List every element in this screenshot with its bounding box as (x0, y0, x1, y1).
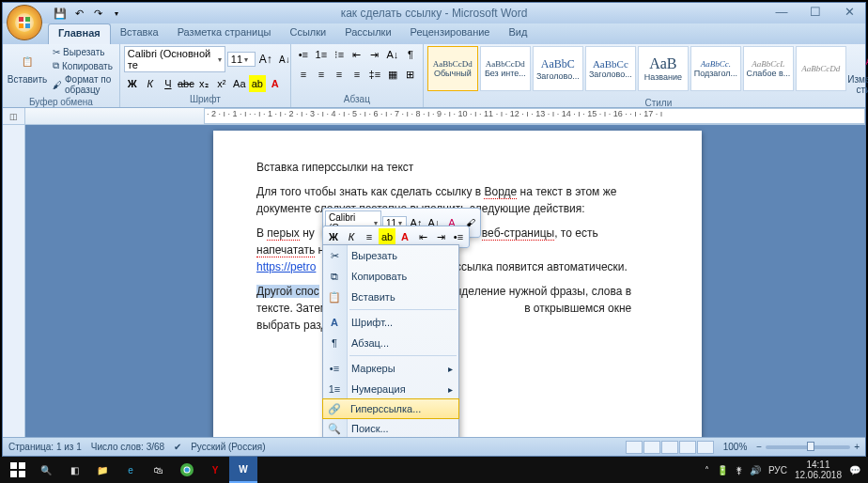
tray-keyboard-lang[interactable]: РУС (768, 465, 787, 475)
ctx-cut[interactable]: ✂Вырезать (323, 245, 458, 266)
zoom-slider[interactable]: − + (756, 442, 860, 452)
line-spacing-button[interactable]: ‡≡ (366, 66, 383, 83)
numbering-button[interactable]: 1≡ (313, 46, 330, 63)
view-outline[interactable] (679, 441, 696, 454)
status-page[interactable]: Страница: 1 из 1 (8, 442, 82, 452)
ctx-search[interactable]: 🔍Поиск... (323, 418, 458, 437)
indent-inc-button[interactable]: ⇥ (366, 46, 383, 63)
align-left-button[interactable]: ≡ (295, 66, 312, 83)
strike-button[interactable]: abc (178, 75, 194, 92)
font-color-button[interactable]: A (267, 75, 284, 92)
multilevel-button[interactable]: ⁝≡ (331, 46, 348, 63)
style-heading2[interactable]: AaBbCcЗаголово... (585, 46, 636, 91)
italic-button[interactable]: К (142, 75, 159, 92)
align-right-button[interactable]: ≡ (331, 66, 348, 83)
close-button[interactable]: ✕ (837, 5, 861, 19)
vertical-ruler[interactable] (3, 125, 25, 437)
underline-button[interactable]: Ч (160, 75, 177, 92)
paste-button[interactable]: 📋 Вставить (7, 46, 48, 86)
taskbar-word[interactable]: W (229, 457, 257, 483)
mini-italic[interactable]: К (343, 228, 360, 245)
undo-icon[interactable]: ↶ (70, 5, 87, 22)
tray-volume-icon[interactable]: 🔊 (750, 465, 761, 475)
ctx-paste[interactable]: 📋Вставить (323, 287, 458, 307)
mini-indent-inc[interactable]: ⇥ (432, 228, 449, 245)
tray-clock[interactable]: 14:11 12.06.2018 (795, 460, 842, 480)
style-subtle[interactable]: AaBbCcLСлабое в... (743, 46, 794, 91)
ruler-corner[interactable]: ◫ (3, 108, 25, 124)
tray-battery-icon[interactable]: 🔋 (717, 465, 728, 475)
superscript-button[interactable]: x² (213, 75, 230, 92)
borders-button[interactable]: ⊞ (402, 66, 419, 83)
mini-bullets[interactable]: •≡ (450, 228, 467, 245)
zoom-out-icon[interactable]: − (756, 442, 762, 452)
taskbar-yandex[interactable]: Y (201, 457, 229, 483)
save-icon[interactable]: 💾 (52, 5, 69, 22)
tab-page-layout[interactable]: Разметка страницы (168, 23, 281, 44)
ctx-paragraph[interactable]: ¶Абзац... (323, 333, 458, 353)
subscript-button[interactable]: x₂ (195, 75, 212, 92)
taskbar-edge[interactable]: e (116, 457, 145, 483)
change-styles-button[interactable]: A Изменить стили (848, 46, 868, 97)
minimize-button[interactable]: — (769, 5, 794, 19)
search-button[interactable]: 🔍 (32, 457, 60, 483)
tab-references[interactable]: Ссылки (280, 23, 335, 44)
shading-button[interactable]: ▦ (384, 66, 401, 83)
taskbar-store[interactable]: 🛍 (145, 457, 173, 483)
mini-highlight[interactable]: ab (379, 228, 395, 245)
sort-button[interactable]: A↓ (384, 46, 401, 63)
horizontal-ruler[interactable]: · 2 · ı · 1 · ı · · ı · 1 · ı · 2 · ı · … (25, 108, 865, 124)
mini-indent-dec[interactable]: ⇤ (414, 228, 431, 245)
zoom-track[interactable] (766, 445, 850, 449)
office-button[interactable] (7, 5, 42, 40)
style-title[interactable]: АаВНазвание (638, 46, 689, 91)
zoom-value[interactable]: 100% (723, 442, 748, 452)
style-no-spacing[interactable]: AaBbCcDdБез инте... (480, 46, 531, 91)
taskbar-chrome[interactable] (173, 457, 201, 483)
justify-button[interactable]: ≡ (349, 66, 365, 83)
highlight-button[interactable]: ab (249, 75, 266, 92)
status-spellcheck-icon[interactable]: ✔ (174, 442, 181, 452)
mini-align-center[interactable]: ≡ (361, 228, 378, 245)
bullets-button[interactable]: •≡ (295, 46, 312, 63)
align-center-button[interactable]: ≡ (313, 66, 330, 83)
maximize-button[interactable]: ☐ (803, 5, 828, 19)
format-painter-button[interactable]: 🖌Формат по образцу (50, 73, 116, 96)
tab-mailings[interactable]: Рассылки (335, 23, 400, 44)
status-words[interactable]: Число слов: 3/68 (91, 442, 164, 452)
tab-view[interactable]: Вид (500, 23, 537, 44)
view-full-screen[interactable] (643, 441, 660, 454)
style-gallery[interactable]: AaBbCcDdОбычный AaBbCcDdБез инте... AaBb… (427, 46, 846, 91)
bold-button[interactable]: Ж (124, 75, 141, 92)
view-web-layout[interactable] (661, 441, 678, 454)
copy-button[interactable]: ⧉Копировать (50, 59, 116, 72)
taskbar-explorer[interactable]: 📁 (88, 457, 116, 483)
tray-action-center-icon[interactable]: 💬 (849, 465, 860, 475)
tray-chevron-up-icon[interactable]: ˄ (705, 465, 709, 475)
style-subtitle[interactable]: AaBbCc.Подзагол... (690, 46, 741, 91)
font-size-combo[interactable]: 11▾ (227, 52, 256, 67)
task-view-button[interactable]: ◧ (60, 457, 88, 483)
change-case-button[interactable]: Aa (231, 75, 248, 92)
mini-font-color[interactable]: A (396, 228, 413, 245)
show-marks-button[interactable]: ¶ (402, 46, 419, 63)
qat-more-icon[interactable]: ▾ (108, 5, 125, 22)
zoom-in-icon[interactable]: + (854, 442, 860, 452)
grow-font-icon[interactable]: A↑ (257, 51, 274, 68)
tray-network-icon[interactable]: ⚵ (736, 465, 742, 475)
style-normal[interactable]: AaBbCcDdОбычный (427, 46, 478, 91)
cut-button[interactable]: ✂Вырезать (50, 46, 116, 58)
redo-icon[interactable]: ↷ (89, 5, 106, 22)
tab-review[interactable]: Рецензирование (401, 23, 500, 44)
ctx-copy[interactable]: ⧉Копировать (323, 266, 458, 287)
indent-dec-button[interactable]: ⇤ (349, 46, 365, 63)
ctx-font[interactable]: AШрифт... (323, 312, 458, 333)
status-language[interactable]: Русский (Россия) (191, 442, 265, 452)
font-name-combo[interactable]: Calibri (Основной те▾ (124, 46, 225, 72)
start-button[interactable] (4, 457, 32, 483)
doc-hyperlink[interactable]: https://petro (256, 260, 316, 273)
style-more[interactable]: AaBbCcDd (796, 46, 846, 91)
tab-home[interactable]: Главная (48, 23, 111, 44)
view-draft[interactable] (697, 441, 714, 454)
mini-bold[interactable]: Ж (325, 228, 342, 245)
